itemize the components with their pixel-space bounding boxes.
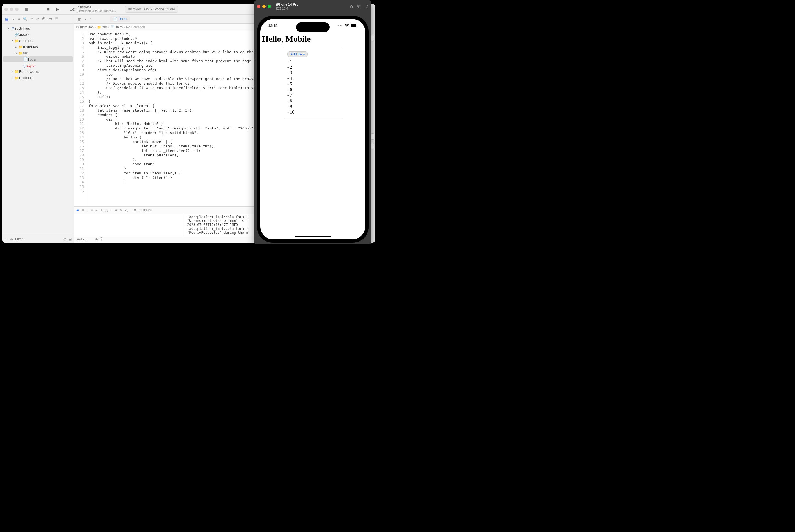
vars-info-icon[interactable]: ⓘ (100, 237, 103, 242)
tree-item-lib-rs[interactable]: 📄lib.rs (3, 56, 73, 62)
simulator-device-name: iPhone 14 Pro (276, 3, 298, 7)
sim-traffic-lights[interactable] (257, 5, 271, 8)
scheme-device: iPhone 14 Pro (154, 7, 175, 11)
jumpbar-file[interactable]: lib.rs (115, 25, 123, 29)
debug-scheme-label: rustnl-ios (138, 208, 152, 212)
dynamic-island (296, 22, 330, 32)
variables-view[interactable] (74, 214, 183, 236)
tree-item-assets[interactable]: 🔗assets (2, 32, 74, 38)
branch-indicator[interactable]: rustnl-ios jk/fix-mobile-touch-interac… (78, 6, 116, 13)
tree-item-sources[interactable]: ▾📁Sources (2, 38, 74, 44)
rotate-icon[interactable]: ↗ (365, 4, 369, 9)
step-over-icon[interactable]: ⤼ (90, 208, 93, 212)
minimize-icon[interactable] (262, 5, 266, 8)
project-tree[interactable]: ▾⧉rustnl-ios🔗assets▾📁Sources▸📁rustnl-ios… (2, 23, 74, 235)
list-item: - 2 (287, 64, 338, 70)
find-icon[interactable]: 🔍 (23, 17, 27, 21)
simulator-os-version: iOS 16.4 (276, 7, 298, 11)
nav-back-icon[interactable]: ‹ (84, 17, 88, 21)
folder-icon[interactable]: ▤ (5, 17, 8, 21)
list-item: - 10 (287, 109, 338, 115)
scm-filter-icon[interactable]: ▣ (69, 237, 72, 241)
wifi-icon (345, 23, 349, 28)
view-debug-icon[interactable]: ⬚ (105, 208, 108, 212)
memory-graph-icon[interactable]: ⌁ (110, 208, 112, 212)
tree-item-style[interactable]: {}style (2, 62, 74, 69)
list-item: - 1 (287, 59, 338, 64)
jumpbar-selection[interactable]: No Selection (126, 25, 145, 29)
close-icon[interactable] (4, 7, 8, 11)
tree-item-rustnl-ios[interactable]: ▸📁rustnl-ios (2, 44, 74, 50)
jumpbar-project[interactable]: rustnl-ios (80, 25, 94, 29)
home-indicator[interactable] (295, 236, 331, 237)
vars-mode-selector[interactable]: Auto ⌄ (77, 238, 88, 241)
app-content: Hello, Mobile Add item - 1- 2- 3- 4- 5- … (260, 34, 365, 118)
list-item: - 8 (287, 98, 338, 104)
debug-active-icon[interactable]: ▰ (76, 208, 79, 212)
environment-icon[interactable]: ⚙ (114, 208, 117, 212)
list-item: - 4 (287, 76, 338, 81)
list-item: - 5 (287, 81, 338, 87)
simulator-actions: ⌂ ⧉ ↗ (350, 4, 369, 9)
close-icon[interactable] (257, 5, 260, 8)
simulator-titlebar: iPhone 14 Pro iOS 16.4 ⌂ ⧉ ↗ (254, 0, 371, 13)
branch-project: rustnl-ios (78, 6, 116, 9)
scheme-selector[interactable]: rustnl-ios_iOS › iPhone 14 Pro (125, 6, 178, 13)
step-out-icon[interactable]: ↥ (100, 208, 103, 212)
run-button[interactable]: ▶ (54, 7, 61, 12)
xcode-traffic-lights[interactable] (4, 7, 19, 11)
tree-item-products[interactable]: ▸📁Products (2, 75, 74, 81)
branch-icon: ⎇ (70, 7, 75, 12)
location-icon[interactable]: ➤ (120, 208, 123, 212)
editor-tab-label: lib.rs (119, 17, 126, 21)
tests-icon[interactable]: ◇ (36, 17, 39, 21)
minimize-icon[interactable] (10, 7, 13, 11)
symbols-icon[interactable]: ⌗ (18, 17, 20, 21)
list-item: - 7 (287, 93, 338, 98)
related-items-icon[interactable]: ▦ (76, 17, 82, 21)
home-icon[interactable]: ⌂ (350, 4, 353, 9)
status-time: 12:18 (268, 23, 277, 28)
app-heading: Hello, Mobile (262, 34, 364, 44)
tree-item-src[interactable]: ▾📁src (2, 50, 74, 56)
filter-icon[interactable]: ⊜ (10, 237, 13, 241)
navigator-tabs[interactable]: ▤ ⌥ ⌗ 🔍 ⚠ ◇ ⦿ ▭ ☰ (2, 15, 74, 23)
list-item: - 6 (287, 87, 338, 93)
zoom-icon[interactable] (15, 7, 19, 11)
tree-item-rustnl-ios[interactable]: ▾⧉rustnl-ios (2, 25, 74, 32)
vars-visibility-icon[interactable]: 👁 (95, 238, 98, 241)
nav-forward-icon[interactable]: › (89, 17, 93, 21)
project-navigator: ▤ ⌥ ⌗ 🔍 ⚠ ◇ ⦿ ▭ ☰ ▾⧉rustnl-ios🔗assets▾📁S… (2, 15, 74, 243)
pause-icon[interactable]: ⏸ (81, 208, 85, 212)
device-screen[interactable]: 12:18 •••• Hello, Mobile Add item - 1- 2… (260, 19, 365, 240)
simulator-window: iPhone 14 Pro iOS 16.4 ⌂ ⧉ ↗ 12:18 •••• (254, 0, 371, 244)
device-bezel: 12:18 •••• Hello, Mobile Add item - 1- 2… (257, 16, 369, 243)
cellular-icon: •••• (337, 23, 343, 28)
navigator-filter: ＋ ⊜ ◔ ▣ (2, 235, 74, 243)
zoom-icon[interactable] (267, 5, 271, 8)
recent-icon[interactable]: ◔ (63, 237, 66, 241)
breakpoints-icon[interactable]: ▭ (49, 17, 52, 21)
scheme-target: rustnl-ios_iOS (128, 7, 149, 11)
add-icon[interactable]: ＋ (4, 236, 8, 241)
jumpbar-folder[interactable]: src (103, 25, 107, 29)
navigator-filter-input[interactable] (15, 237, 61, 241)
debug-icon[interactable]: ⦿ (42, 17, 46, 21)
battery-icon (351, 24, 357, 27)
tree-item-frameworks[interactable]: ▸📁Frameworks (2, 69, 74, 75)
list-item: - 9 (287, 104, 338, 109)
items-card: Add item - 1- 2- 3- 4- 5- 6- 7- 8- 9- 10 (284, 48, 341, 118)
issues-icon[interactable]: ⚠ (30, 17, 34, 21)
editor-tab-lib-rs[interactable]: 📄 lib.rs (110, 16, 130, 22)
add-item-button[interactable]: Add item (287, 51, 308, 57)
sidebar-toggle-icon[interactable]: ▥ (23, 7, 29, 12)
stop-button[interactable]: ■ (45, 7, 51, 12)
reports-icon[interactable]: ☰ (55, 17, 58, 21)
branch-name: jk/fix-mobile-touch-interac… (78, 9, 116, 13)
step-into-icon[interactable]: ↧ (95, 208, 98, 212)
list-item: - 3 (287, 70, 338, 76)
more-icon[interactable]: ⋀ (125, 208, 128, 212)
source-control-icon[interactable]: ⌥ (11, 17, 15, 21)
screenshot-icon[interactable]: ⧉ (357, 4, 360, 9)
file-icon: 📄 (113, 17, 117, 21)
